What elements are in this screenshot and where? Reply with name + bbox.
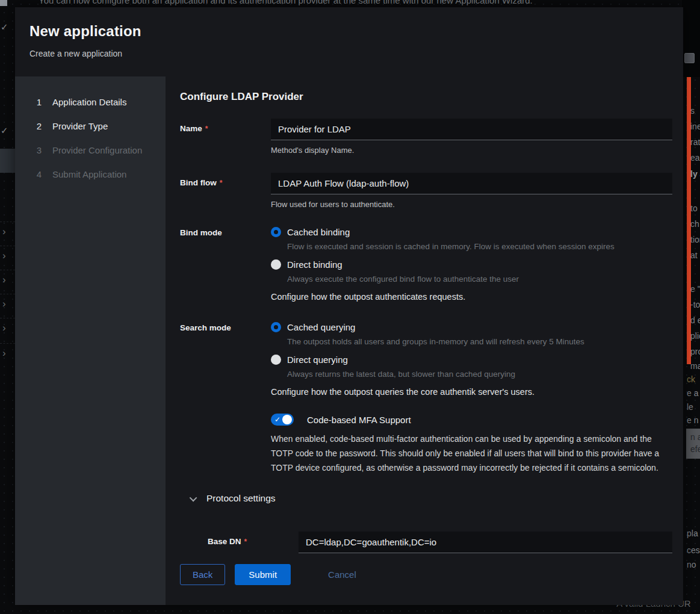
protocol-settings-expander[interactable]: Protocol settings (180, 493, 672, 504)
wizard-steps-sidebar: 1 Application Details 2 Provider Type 3 … (15, 76, 166, 605)
background-fragment: le (687, 402, 693, 412)
chevron-down-icon (190, 494, 197, 501)
search-mode-cached-option[interactable]: Cached querying (271, 322, 672, 332)
search-mode-direct-option[interactable]: Direct querying (271, 355, 672, 365)
search-mode-field-row: Search mode Cached querying The outpost … (180, 322, 672, 397)
wizard-step-provider-type[interactable]: 2 Provider Type (15, 114, 166, 138)
bind-flow-help: Flow used for users to authenticate. (271, 200, 672, 209)
required-asterisk: * (244, 538, 247, 546)
submit-button[interactable]: Submit (235, 564, 291, 585)
back-button[interactable]: Back (180, 564, 225, 585)
chevron-right-icon[interactable]: › (2, 323, 6, 333)
background-button-fragment (684, 53, 695, 63)
wizard-step-provider-configuration: 3 Provider Configuration (15, 138, 166, 162)
background-fragment: ces (687, 545, 700, 555)
background-fragment: d e (690, 315, 700, 325)
check-icon: ✓ (274, 414, 280, 425)
required-asterisk: * (220, 179, 223, 187)
chevron-right-icon[interactable]: › (2, 274, 6, 285)
app-sidebar-edge: ✓ ✓ › › › › › › (0, 0, 15, 614)
background-fragment: pro (690, 347, 700, 356)
background-fragment: rat (690, 137, 700, 147)
search-mode-help: Configure how the outpost queries the co… (271, 387, 672, 397)
chevron-right-icon[interactable]: › (2, 348, 6, 358)
sidebar-logo-fragment (0, 0, 7, 6)
sidebar-active-item[interactable] (0, 149, 15, 173)
background-docs-edge: s ine rat ea ly a to ch tion at e "o -to… (682, 0, 700, 614)
new-application-modal: New application Create a new application… (15, 7, 683, 605)
bind-mode-label: Bind mode (180, 227, 271, 302)
toggle-knob (282, 415, 292, 424)
cancel-link[interactable]: Cancel (328, 569, 356, 580)
background-fragment: to (690, 203, 698, 213)
background-fragment: no (687, 560, 696, 569)
wizard-content: Configure LDAP Provider Name* Method's d… (166, 76, 683, 605)
background-fragment: ch (690, 219, 699, 229)
bind-mode-cached-desc: Flow is executed and session is cached i… (287, 242, 672, 251)
radio-unselected-icon[interactable] (271, 355, 281, 365)
radio-selected-icon[interactable] (271, 322, 281, 332)
protocol-settings-title: Protocol settings (206, 493, 276, 504)
wizard-announcement-banner: You can now configure both an applicatio… (39, 0, 677, 5)
search-mode-cached-desc: The outpost holds all users and groups i… (287, 337, 672, 346)
background-highlight-box: n a efe (686, 429, 700, 459)
required-asterisk: * (205, 125, 208, 133)
bind-mode-direct-desc: Always execute the configured bind flow … (287, 274, 672, 284)
mfa-field-row: ✓ Code-based MFA Support When enabled, c… (180, 414, 672, 475)
chevron-right-icon[interactable]: › (2, 299, 6, 309)
base-dn-label: Base DN* (208, 532, 299, 553)
background-fragment: ea (690, 153, 700, 163)
wizard-step-application-details[interactable]: 1 Application Details (15, 90, 166, 114)
check-icon: ✓ (1, 22, 8, 33)
chevron-right-icon[interactable]: › (2, 250, 6, 261)
background-fragment: ine (690, 122, 700, 131)
background-fragment: tion (690, 235, 700, 244)
bind-mode-field-row: Bind mode Cached binding Flow is execute… (180, 227, 672, 302)
background-fragment: ly a (690, 169, 700, 179)
bind-flow-field-row: Bind flow* Flow used for users to authen… (180, 173, 672, 209)
mfa-description: When enabled, code-based multi-factor au… (271, 432, 668, 475)
bind-mode-direct-option[interactable]: Direct binding (271, 259, 672, 270)
modal-title: New application (29, 23, 669, 40)
bind-mode-cached-option[interactable]: Cached binding (271, 227, 672, 237)
background-fragment: e n (687, 415, 698, 425)
check-icon: ✓ (1, 125, 8, 136)
name-input[interactable] (271, 119, 672, 140)
base-dn-input[interactable] (299, 532, 672, 553)
background-fragment: plic (690, 331, 700, 341)
name-field-row: Name* Method's display Name. (180, 119, 672, 155)
background-fragment: s (690, 106, 695, 116)
chevron-right-icon[interactable]: › (2, 226, 6, 237)
background-fragment: at (690, 250, 698, 260)
section-title: Configure LDAP Provider (180, 91, 672, 103)
modal-footer: Back Submit Cancel (180, 553, 672, 595)
name-label: Name* (180, 119, 271, 155)
background-fragment: pla (687, 529, 698, 538)
background-fragment: -to (690, 300, 700, 309)
bind-mode-help: Configure how the outpost authenticates … (271, 292, 672, 302)
mfa-toggle[interactable]: ✓ (271, 414, 294, 426)
bind-flow-select[interactable] (271, 173, 672, 194)
search-mode-direct-desc: Always returns the latest data, but slow… (287, 370, 672, 379)
background-fragment: ma (690, 361, 700, 371)
background-fragment: e "o (690, 284, 700, 294)
base-dn-field-row: Base DN* (208, 532, 672, 553)
search-mode-label: Search mode (180, 322, 271, 397)
background-fragment: ck (687, 374, 695, 384)
radio-selected-icon[interactable] (271, 227, 281, 237)
background-fragment: e a (687, 388, 698, 398)
bind-flow-label: Bind flow* (180, 173, 271, 209)
wizard-step-submit-application: 4 Submit Application (15, 162, 166, 186)
name-help: Method's display Name. (271, 146, 672, 155)
modal-subtitle: Create a new application (29, 49, 669, 58)
radio-unselected-icon[interactable] (271, 259, 281, 270)
mfa-toggle-label: Code-based MFA Support (307, 415, 411, 425)
modal-header: New application Create a new application (15, 7, 683, 76)
